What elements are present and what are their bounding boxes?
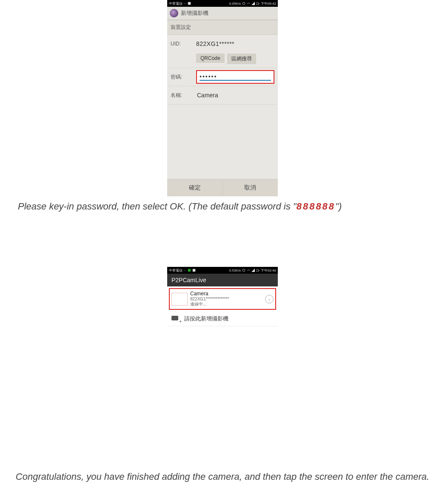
caption-pre: Please key-in password, then select OK. … xyxy=(18,201,297,212)
password-label: 密碼: xyxy=(171,74,196,81)
camera-info: Camera 822XG1************** 連線中... xyxy=(190,291,262,307)
section-header: 裝置設定 xyxy=(167,20,278,35)
alarm-icon xyxy=(242,2,245,5)
camera-uid: 822XG1************** xyxy=(190,297,262,301)
name-row: 名稱: xyxy=(167,86,278,105)
camera-status: 連線中... xyxy=(190,301,262,307)
bottom-bar: 確定 取消 xyxy=(167,179,278,196)
svg-point-1 xyxy=(242,2,245,5)
carrier-label: 中華電信 ··· xyxy=(169,1,186,6)
network-speed: 0.05K/s xyxy=(229,2,241,6)
ok-button[interactable]: 確定 xyxy=(167,179,222,196)
uid-row: UID: 822XG1****** xyxy=(167,35,278,53)
app-icon xyxy=(170,9,178,17)
caption-congrats: Congratulations, you have finished addin… xyxy=(0,471,445,483)
add-camera-label: 請按此新增攝影機 xyxy=(184,315,228,323)
caption-password-value: 888888 xyxy=(297,201,335,212)
signal-icon xyxy=(251,269,255,272)
name-label: 名稱: xyxy=(171,92,196,99)
password-input[interactable]: •••••• xyxy=(196,70,274,84)
status-bar: 中華電信 ··· 0.53K/s xyxy=(167,267,278,274)
notification-icon xyxy=(192,269,196,272)
svg-rect-0 xyxy=(188,2,191,5)
name-input[interactable] xyxy=(196,91,276,99)
svg-rect-7 xyxy=(256,269,259,271)
svg-rect-4 xyxy=(188,269,191,272)
svg-rect-2 xyxy=(256,3,259,4)
add-camera-icon xyxy=(171,315,181,323)
camera-thumbnail xyxy=(171,293,188,306)
add-camera-row[interactable]: 請按此新增攝影機 xyxy=(167,311,278,326)
carrier-label: 中華電信 ··· xyxy=(169,268,186,273)
clock-label: 下午05:42 xyxy=(261,1,276,6)
camera-name: Camera xyxy=(190,291,262,297)
svg-rect-5 xyxy=(193,269,195,272)
phone-camera-list: 中華電信 ··· 0.53K/s xyxy=(167,267,278,463)
svg-rect-8 xyxy=(259,270,259,271)
lan-search-button[interactable]: 區網搜尋 xyxy=(227,54,256,64)
page-title: 新增攝影機 xyxy=(181,9,208,17)
uid-buttons: QRCode 區網搜尋 xyxy=(167,53,278,68)
phone-add-camera: 中華電信 ··· 0.05K/s 下午05:42 xyxy=(167,0,278,196)
app-titlebar: P2PCamLive xyxy=(167,274,278,286)
notification-icon xyxy=(188,2,191,5)
camera-list-item[interactable]: Camera 822XG1************** 連線中... ⌄ xyxy=(169,288,276,310)
battery-icon xyxy=(256,269,260,272)
qrcode-button[interactable]: QRCode xyxy=(196,54,225,63)
uid-value[interactable]: 822XG1****** xyxy=(196,40,274,47)
app-titlebar: 新增攝影機 xyxy=(167,7,278,20)
chevron-down-icon[interactable]: ⌄ xyxy=(265,295,274,303)
alarm-icon xyxy=(242,269,245,272)
wifi-icon xyxy=(247,269,250,272)
status-bar: 中華電信 ··· 0.05K/s 下午05:42 xyxy=(167,0,278,7)
wifi-icon xyxy=(247,2,250,5)
password-row: 密碼: •••••• xyxy=(167,68,278,86)
svg-point-6 xyxy=(242,269,245,272)
signal-icon xyxy=(251,2,255,5)
caption-post: ") xyxy=(335,201,342,212)
svg-rect-3 xyxy=(259,3,259,4)
password-value: •••••• xyxy=(200,73,271,81)
network-speed: 0.53K/s xyxy=(229,269,241,272)
line-icon xyxy=(188,269,191,272)
caption-password: Please key-in password, then select OK. … xyxy=(18,201,443,212)
cancel-button[interactable]: 取消 xyxy=(222,179,278,196)
clock-label: 下午02:40 xyxy=(261,268,276,273)
battery-icon xyxy=(256,2,260,5)
uid-label: UID: xyxy=(171,41,196,47)
